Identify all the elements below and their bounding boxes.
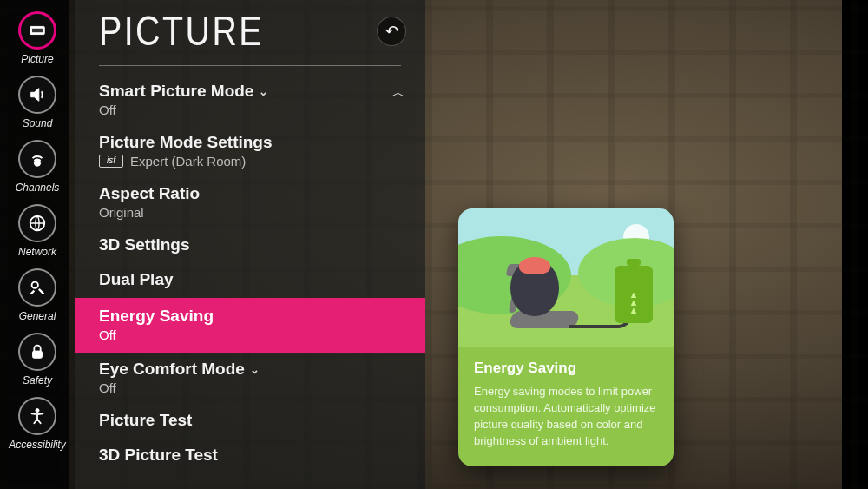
network-icon [28, 214, 47, 233]
menu-item-smart-picture-mode[interactable]: Smart Picture Mode ⌄ Off ︿ [75, 75, 425, 126]
menu-item-title: Picture Test [99, 411, 401, 430]
chevron-down-icon: ⌄ [250, 363, 260, 376]
back-icon: ↶ [385, 22, 398, 41]
isf-badge-icon: isf [99, 155, 123, 168]
settings-sidebar: Picture Sound Channels Network General S… [0, 0, 75, 489]
tooltip-title: Energy Saving [474, 360, 658, 377]
sidebar-item-accessibility[interactable]: Accessibility [9, 394, 65, 453]
menu-item-title: Dual Play [99, 270, 401, 289]
menu-item-energy-saving[interactable]: Energy Saving Off [75, 298, 425, 353]
menu-item-3d-picture-test[interactable]: 3D Picture Test [75, 439, 425, 473]
svg-point-6 [36, 409, 39, 413]
panel-header: PICTURE ↶ [75, 0, 425, 60]
chevron-down-icon: ⌄ [259, 85, 268, 98]
channels-icon [28, 149, 47, 169]
sidebar-item-label: General [19, 310, 56, 322]
menu-item-title: Picture Mode Settings [99, 133, 401, 152]
sidebar-item-general[interactable]: General [18, 266, 56, 325]
sidebar-item-label: Network [18, 246, 56, 258]
help-tooltip-card: ▲▲▲ Energy Saving Energy saving modes to… [458, 208, 674, 466]
settings-panel: PICTURE ↶ Smart Picture Mode ⌄ Off ︿ Pic… [75, 0, 425, 489]
sidebar-item-label: Channels [16, 182, 60, 194]
settings-menu: Smart Picture Mode ⌄ Off ︿ Picture Mode … [75, 75, 425, 473]
svg-rect-5 [33, 351, 43, 358]
sidebar-item-label: Safety [23, 374, 52, 387]
tooltip-illustration: ▲▲▲ [458, 208, 674, 347]
picture-icon [28, 21, 47, 40]
menu-item-value: Off [99, 380, 401, 395]
svg-rect-1 [32, 28, 43, 33]
menu-item-aspect-ratio[interactable]: Aspect Ratio Original [75, 177, 425, 228]
sidebar-item-label: Picture [21, 53, 53, 65]
menu-item-value: Original [99, 205, 401, 220]
tooltip-text: Energy Saving Energy saving modes to lim… [458, 347, 674, 466]
menu-item-picture-mode-settings[interactable]: Picture Mode Settings isf Expert (Dark R… [75, 126, 425, 177]
sound-icon [28, 85, 47, 104]
menu-item-title: Eye Comfort Mode [99, 360, 245, 379]
menu-item-title: Aspect Ratio [99, 184, 401, 203]
menu-item-picture-test[interactable]: Picture Test [75, 404, 425, 439]
menu-item-title: 3D Settings [99, 235, 401, 254]
menu-item-eye-comfort-mode[interactable]: Eye Comfort Mode ⌄ Off [75, 353, 425, 404]
page-title: PICTURE [99, 7, 264, 55]
sidebar-item-safety[interactable]: Safety [18, 330, 56, 389]
safety-icon [28, 342, 47, 361]
sidebar-item-picture[interactable]: Picture [18, 9, 56, 68]
divider [99, 65, 401, 66]
menu-item-value: Expert (Dark Room) [130, 154, 246, 169]
accessibility-icon [28, 406, 47, 426]
sidebar-item-channels[interactable]: Channels [16, 137, 60, 196]
sidebar-item-label: Sound [23, 117, 53, 129]
menu-item-value: Off [99, 102, 401, 117]
menu-item-title: 3D Picture Test [99, 446, 401, 465]
menu-item-3d-settings[interactable]: 3D Settings [75, 228, 425, 263]
svg-point-4 [32, 282, 38, 288]
sidebar-item-sound[interactable]: Sound [18, 73, 56, 132]
menu-item-dual-play[interactable]: Dual Play [75, 263, 425, 298]
sidebar-item-label: Accessibility [9, 439, 65, 451]
menu-item-value: Off [99, 327, 401, 342]
tooltip-body: Energy saving modes to limit power consu… [474, 384, 658, 449]
sidebar-item-network[interactable]: Network [18, 202, 56, 261]
menu-item-title: Energy Saving [99, 307, 401, 326]
back-button[interactable]: ↶ [377, 17, 406, 46]
general-icon [28, 278, 47, 297]
menu-item-title: Smart Picture Mode [99, 82, 253, 101]
scroll-up-icon[interactable]: ︿ [392, 85, 404, 101]
